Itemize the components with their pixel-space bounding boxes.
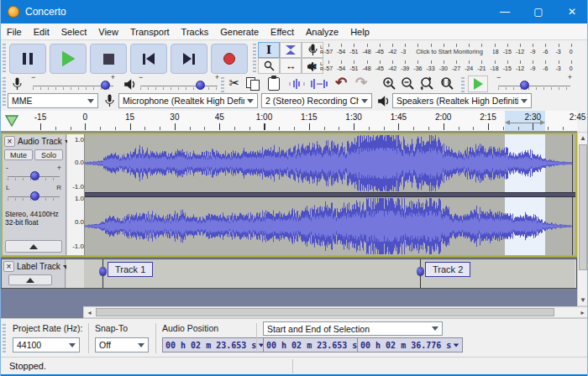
- timeshift-tool-button[interactable]: ↔: [280, 58, 302, 74]
- recording-device-select[interactable]: Microphone (Realtek High Defini: [118, 93, 258, 108]
- close-track-button[interactable]: ×: [3, 261, 14, 272]
- silence-audio-button[interactable]: [310, 78, 328, 90]
- close-track-button[interactable]: ×: [4, 136, 15, 147]
- scroll-left-arrow[interactable]: ◂: [84, 307, 95, 317]
- zoom-in-button[interactable]: [382, 76, 396, 91]
- play-at-speed-icon: [474, 78, 483, 90]
- skip-to-start-button[interactable]: [130, 44, 167, 74]
- scroll-right-arrow[interactable]: ▸: [577, 307, 588, 317]
- audio-track[interactable]: × Audio Track Mute Solo -+ LR Stereo, 44…: [1, 133, 577, 257]
- envelope-tool-button[interactable]: [280, 42, 302, 58]
- selection-start-field[interactable]: 00 h 02 m 23.653 s: [263, 337, 369, 352]
- label-track-content[interactable]: Track 1Track 2: [84, 259, 575, 288]
- mixer-grip[interactable]: [3, 77, 6, 92]
- label-track[interactable]: × Label Track Track 1Track 2: [1, 258, 577, 289]
- playback-volume-slider[interactable]: −+: [140, 79, 218, 92]
- stop-button[interactable]: [90, 44, 127, 74]
- waveform-channel-right[interactable]: [85, 197, 575, 255]
- recording-meter[interactable]: LR -57-54-51-48-45-42-39-36-33-30-27-24-…: [328, 42, 580, 58]
- recording-channels-select[interactable]: 2 (Stereo) Recording Channels: [261, 93, 372, 108]
- menu-edit[interactable]: Edit: [28, 25, 55, 39]
- label-text[interactable]: Track 2: [425, 262, 470, 277]
- magnifier-icon: [264, 60, 275, 71]
- timeline-options-icon[interactable]: [4, 114, 19, 128]
- audio-track-name[interactable]: Audio Track: [18, 137, 71, 146]
- vertical-scroll-thumb[interactable]: [579, 144, 587, 270]
- status-text: Stopped.: [9, 361, 46, 371]
- transport-grip[interactable]: [3, 44, 6, 74]
- ibeam-icon: I: [266, 44, 271, 56]
- record-button[interactable]: [211, 44, 248, 74]
- recording-volume-slider[interactable]: −+: [33, 79, 113, 92]
- audio-position-field[interactable]: 00 h 02 m 23.653 s: [162, 337, 268, 352]
- audio-position-label: Audio Position: [162, 323, 218, 333]
- tools-grip[interactable]: [253, 44, 256, 74]
- paste-button[interactable]: [268, 76, 281, 91]
- pause-button[interactable]: [9, 44, 46, 74]
- timeline-ruler[interactable]: -1501530451:001:151:301:452:002:152:302:…: [1, 111, 577, 132]
- label-flag-icon[interactable]: [417, 267, 424, 276]
- menu-effect[interactable]: Effect: [265, 25, 300, 39]
- label-flag-icon[interactable]: [99, 267, 107, 276]
- pan-slider[interactable]: LR: [8, 190, 60, 203]
- maximize-button[interactable]: ▢: [522, 0, 555, 24]
- play-at-speed-button[interactable]: [468, 76, 488, 92]
- collapse-track-button[interactable]: [5, 240, 62, 253]
- minimize-button[interactable]: —: [488, 0, 522, 24]
- menu-file[interactable]: File: [1, 25, 28, 39]
- selection-mode-select[interactable]: Start and End of Selection: [263, 321, 443, 336]
- scroll-down-arrow[interactable]: ▼: [578, 295, 588, 306]
- play-speed-slider[interactable]: −+: [498, 79, 570, 92]
- snap-to-select[interactable]: Off: [95, 337, 149, 352]
- undo-button[interactable]: ↶: [335, 74, 347, 91]
- selection-toolbar-grip[interactable]: [3, 324, 6, 352]
- copy-button[interactable]: [246, 77, 261, 91]
- zoom-tool-button[interactable]: [258, 58, 280, 74]
- fit-selection-button[interactable]: [419, 76, 435, 91]
- solo-button[interactable]: Solo: [34, 149, 63, 160]
- audio-track-panel: × Audio Track Mute Solo -+ LR Stereo, 44…: [3, 134, 66, 255]
- redo-button[interactable]: ↷: [355, 74, 367, 91]
- gain-slider[interactable]: -+: [8, 170, 60, 183]
- selection-end-field[interactable]: 00 h 02 m 36.776 s: [357, 337, 463, 352]
- device-grip[interactable]: [3, 94, 6, 107]
- menu-tracks[interactable]: Tracks: [176, 25, 215, 39]
- title-bar: Concerto — ▢ ✕: [1, 0, 588, 24]
- scroll-up-arrow[interactable]: ▲: [578, 133, 588, 144]
- zoom-out-button[interactable]: [401, 76, 415, 91]
- project-rate-select[interactable]: 44100: [13, 337, 80, 352]
- play-button[interactable]: [50, 44, 87, 74]
- label-marker[interactable]: [420, 259, 421, 288]
- menu-view[interactable]: View: [92, 25, 124, 39]
- menu-select[interactable]: Select: [55, 25, 93, 39]
- ruler-time-label: 1:15: [296, 112, 323, 122]
- menu-generate[interactable]: Generate: [214, 25, 265, 39]
- waveform-channel-left[interactable]: [85, 134, 575, 192]
- trim-audio-button[interactable]: [288, 78, 307, 90]
- play-speed-grip[interactable]: [461, 77, 465, 92]
- horizontal-scrollbar[interactable]: ◂ ▸: [83, 306, 588, 318]
- collapse-track-button[interactable]: [8, 274, 52, 285]
- menu-transport[interactable]: Transport: [124, 25, 176, 39]
- audio-host-select[interactable]: MME: [8, 93, 98, 108]
- edit-grip[interactable]: [221, 77, 224, 92]
- close-button[interactable]: ✕: [555, 0, 588, 24]
- recording-volume-thumb[interactable]: [101, 81, 110, 90]
- monitor-overlay[interactable]: Click to Start Monitoring: [406, 48, 493, 55]
- label-track-name[interactable]: Label Track: [17, 262, 70, 271]
- menu-analyze[interactable]: Analyze: [300, 25, 344, 39]
- play-speed-thumb[interactable]: [520, 81, 529, 90]
- horizontal-scroll-thumb[interactable]: [96, 308, 554, 316]
- vertical-scrollbar[interactable]: ▲ ▼: [577, 132, 588, 306]
- skip-to-end-button[interactable]: [171, 44, 207, 74]
- fit-project-button[interactable]: [439, 76, 455, 91]
- playback-device-select[interactable]: Speakers (Realtek High Definiti: [392, 93, 532, 108]
- label-text[interactable]: Track 1: [108, 262, 153, 277]
- mute-button[interactable]: Mute: [4, 149, 33, 160]
- menu-help[interactable]: Help: [344, 25, 375, 39]
- vertical-ruler[interactable]: 1.0 0.0 -1.0 1.0 0.0 -1.0: [67, 134, 85, 255]
- selection-tool-button[interactable]: I: [258, 42, 280, 58]
- label-marker[interactable]: [102, 259, 103, 288]
- playback-meter[interactable]: LR -57-54-51-48-45-42-39-36-33-30-27-24-…: [328, 59, 580, 75]
- cut-button[interactable]: ✂: [226, 76, 243, 92]
